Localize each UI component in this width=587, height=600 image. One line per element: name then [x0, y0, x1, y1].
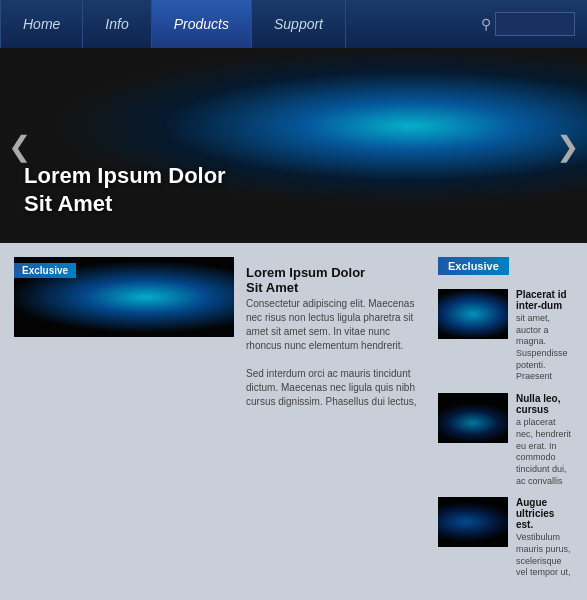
card-main-title: Lorem Ipsum Dolor Sit Amet	[246, 259, 426, 297]
col-mid: Lorem Ipsum Dolor Sit Amet Consectetur a…	[246, 257, 426, 589]
nav-home[interactable]: Home	[0, 0, 83, 48]
search-icon: ⚲	[481, 16, 491, 32]
nav-products[interactable]: Products	[152, 0, 252, 48]
exclusive-section-label: Exclusive	[438, 257, 509, 275]
hero-text: Lorem Ipsum Dolor Sit Amet	[0, 162, 226, 243]
col-left: Exclusive	[14, 257, 234, 589]
mini-card-3-body: Vestibulum mauris purus, scelerisque vel…	[516, 532, 573, 579]
mini-card-2-glow	[438, 393, 508, 443]
mini-card-1-title: Placerat id inter-dum	[516, 289, 573, 311]
mini-card-2-title: Nulla leo, cursus	[516, 393, 573, 415]
exclusive-badge: Exclusive	[14, 263, 76, 278]
mini-card-1-body: sit amet, auctor a magna. Suspendisse po…	[516, 313, 573, 383]
mini-card-3: Augue ultricies est. Vestibulum mauris p…	[438, 497, 573, 579]
mini-card-2-image	[438, 393, 508, 443]
hero-prev-arrow[interactable]: ❮	[8, 129, 31, 162]
mini-card-3-text: Augue ultricies est. Vestibulum mauris p…	[516, 497, 573, 579]
main-nav: Home Info Products Support ⚲	[0, 0, 587, 48]
mini-card-1-glow	[438, 289, 508, 339]
hero-banner: ❮ Lorem Ipsum Dolor Sit Amet ❯	[0, 48, 587, 243]
mini-card-1: Placerat id inter-dum sit amet, auctor a…	[438, 289, 573, 383]
mini-card-2-text: Nulla leo, cursus a placerat nec, hendre…	[516, 393, 573, 487]
content-row1: Exclusive Lorem Ipsum Dolor Sit Amet Con…	[0, 243, 587, 600]
nav-support[interactable]: Support	[252, 0, 346, 48]
mini-card-2: Nulla leo, cursus a placerat nec, hendre…	[438, 393, 573, 487]
nav-search-area: ⚲	[481, 12, 575, 36]
mini-card-3-title: Augue ultricies est.	[516, 497, 573, 530]
hero-title: Lorem Ipsum Dolor Sit Amet	[24, 162, 226, 219]
nav-info[interactable]: Info	[83, 0, 151, 48]
card-main-body: Consectetur adipiscing elit. Maecenas ne…	[246, 297, 426, 415]
hero-next-arrow[interactable]: ❯	[556, 129, 579, 162]
mini-card-2-body: a placerat nec, hendrerit eu erat. In co…	[516, 417, 573, 487]
card-main-image: Exclusive	[14, 257, 234, 337]
search-input[interactable]	[495, 12, 575, 36]
mini-card-1-text: Placerat id inter-dum sit amet, auctor a…	[516, 289, 573, 383]
mini-card-1-image	[438, 289, 508, 339]
mini-card-3-glow	[438, 497, 508, 547]
mini-card-3-image	[438, 497, 508, 547]
card-main: Exclusive	[14, 257, 234, 337]
col-right: Exclusive Placerat id inter-dum sit amet…	[438, 257, 573, 589]
